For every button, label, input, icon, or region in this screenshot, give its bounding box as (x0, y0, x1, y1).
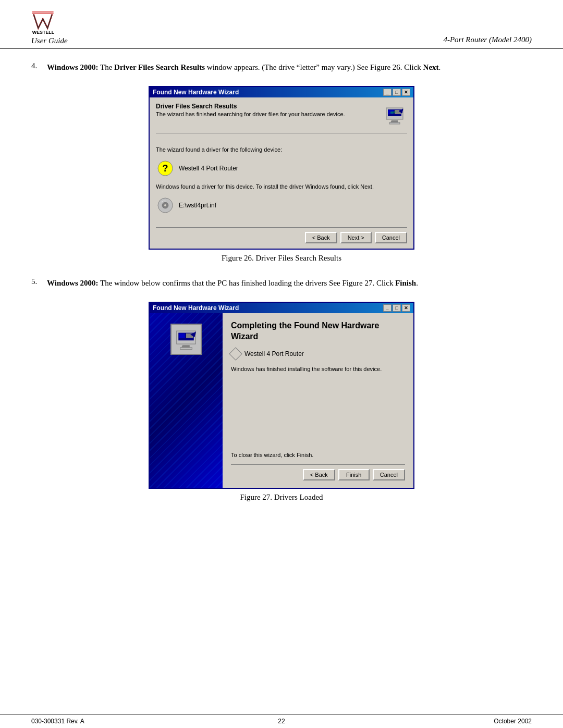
dialog1-content: The wizard found a driver for the follow… (156, 140, 407, 223)
dialog1-cancel-button[interactable]: Cancel (375, 232, 407, 243)
dialog2-hardware-icon (170, 324, 202, 355)
dialog1-back-button[interactable]: < Back (305, 232, 337, 243)
dialog2-minimize-button[interactable]: _ (383, 304, 391, 312)
dialog2-wrapper: Found New Hardware Wizard _ □ ✕ (31, 302, 532, 489)
dialog1-header-icon (382, 103, 407, 128)
diamond-icon (229, 348, 242, 361)
dialog1-wrapper: Found New Hardware Wizard _ □ ✕ Driver F… (31, 86, 532, 250)
step-5-number: 5. (31, 277, 47, 289)
svg-point-15 (164, 204, 166, 206)
step-4: 4. Windows 2000: The Driver Files Search… (31, 61, 532, 73)
step-5-text: Windows 2000: The window below confirms … (47, 277, 418, 289)
dialog2-footer-text: To close this wizard, click Finish. (231, 452, 405, 458)
dialog1: Found New Hardware Wizard _ □ ✕ Driver F… (149, 86, 414, 250)
page-header: WESTELL User Guide 4-Port Router (Model … (0, 0, 563, 49)
dialog1-titlebar-buttons[interactable]: _ □ ✕ (383, 89, 410, 96)
logo-area: WESTELL User Guide (31, 9, 73, 45)
figure26-caption: Figure 26. Driver Files Search Results (31, 254, 532, 263)
step-5-bold-finish: Finish (395, 279, 416, 287)
dialog1-install-text: Windows found a driver for this device. … (156, 183, 407, 191)
footer-right: October 2002 (494, 718, 532, 725)
dialog1-device-row: ? Westell 4 Port Router (156, 159, 407, 178)
dialog2-body: Completing the Found New Hardware Wizard… (150, 313, 413, 488)
dialog2-buttons: < Back Finish Cancel (231, 464, 405, 480)
dialog2: Found New Hardware Wizard _ □ ✕ (149, 302, 414, 489)
dialog2-maximize-button[interactable]: □ (393, 304, 401, 312)
dialog1-header-text: Driver Files Search Results The wizard h… (156, 103, 382, 117)
dialog2-hw-icon (173, 326, 199, 352)
dialog2-spacer (231, 384, 405, 426)
cd-icon (156, 196, 175, 215)
dialog2-titlebar: Found New Hardware Wizard _ □ ✕ (150, 303, 413, 313)
step-4-bold-driver: Driver Files Search Results (114, 63, 205, 71)
dialog2-close-button[interactable]: ✕ (402, 304, 410, 312)
dialog2-install-desc: Windows has finished installing the soft… (231, 365, 405, 374)
svg-rect-21 (180, 348, 192, 349)
dialog1-titlebar: Found New Hardware Wizard _ □ ✕ (150, 87, 413, 97)
figure27-caption: Figure 27. Drivers Loaded (31, 493, 532, 502)
svg-rect-8 (389, 122, 400, 124)
step-4-text: Windows 2000: The Driver Files Search Re… (47, 61, 440, 73)
dialog1-buttons: < Back Next > Cancel (156, 227, 407, 243)
dialog2-right-panel: Completing the Found New Hardware Wizard… (223, 313, 413, 488)
dialog1-found-text: The wizard found a driver for the follow… (156, 146, 407, 154)
page-content: 4. Windows 2000: The Driver Files Search… (0, 49, 563, 529)
minimize-button[interactable]: _ (383, 89, 391, 96)
svg-marker-7 (390, 120, 398, 122)
dialog1-inf-path: E:\wstl4prt.inf (179, 202, 216, 209)
dialog2-completing-title: Completing the Found New Hardware Wizard (231, 320, 405, 342)
dialog1-body: Driver Files Search Results The wizard h… (150, 97, 413, 249)
dialog1-inf-row: E:\wstl4prt.inf (156, 196, 407, 215)
dialog2-titlebar-buttons[interactable]: _ □ ✕ (383, 304, 410, 312)
page-footer: 030-300331 Rev. A 22 October 2002 (0, 714, 563, 728)
step-5: 5. Windows 2000: The window below confir… (31, 277, 532, 289)
svg-rect-18 (179, 333, 185, 338)
dialog2-device-name: Westell 4 Port Router (244, 350, 304, 357)
question-mark-icon: ? (157, 160, 174, 177)
maximize-button[interactable]: □ (393, 89, 401, 96)
svg-text:?: ? (163, 163, 168, 174)
header-left-text: User Guide (31, 36, 68, 45)
svg-text:WESTELL: WESTELL (32, 30, 55, 35)
dialog1-title: Found New Hardware Wizard (153, 89, 239, 96)
header-right-text: 4-Port Router (Model 2400) (443, 35, 532, 44)
dialog2-finish-button[interactable]: Finish (338, 469, 370, 480)
close-button[interactable]: ✕ (402, 89, 410, 96)
footer-left: 030-300331 Rev. A (31, 718, 84, 725)
dialog1-device-name: Westell 4 Port Router (179, 165, 238, 172)
dialog1-header-desc: The wizard has finished searching for dr… (156, 111, 382, 117)
dialog2-left-panel (150, 313, 223, 488)
compact-disc-icon (157, 197, 174, 214)
dialog1-header-title: Driver Files Search Results (156, 103, 382, 110)
dialog1-header: Driver Files Search Results The wizard h… (156, 103, 407, 133)
step-4-bold-windows: Windows 2000: (47, 63, 99, 71)
dialog2-back-button[interactable]: < Back (303, 469, 335, 480)
dialog1-next-button[interactable]: Next > (340, 232, 372, 243)
dialog2-title: Found New Hardware Wizard (153, 304, 239, 312)
dialog2-device-row: Westell 4 Port Router (231, 349, 405, 359)
step-4-number: 4. (31, 61, 47, 73)
dialog2-cancel-button[interactable]: Cancel (373, 469, 405, 480)
hardware-icon (383, 104, 406, 127)
westell-logo: WESTELL (31, 9, 73, 35)
step-4-bold-next: Next (423, 63, 439, 71)
step-5-bold-windows: Windows 2000: (47, 279, 99, 287)
footer-center: 22 (278, 718, 285, 725)
svg-marker-20 (181, 345, 190, 348)
question-icon: ? (156, 159, 175, 178)
